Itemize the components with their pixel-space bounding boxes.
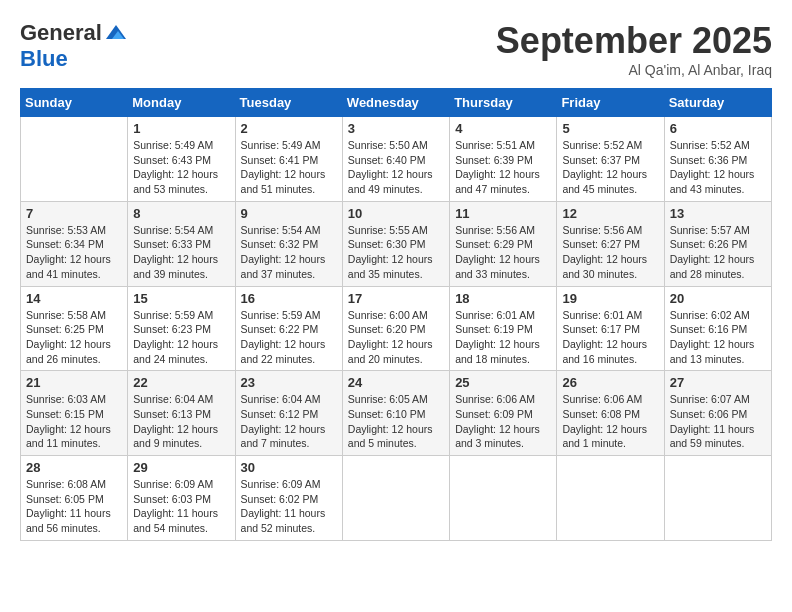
- calendar-cell: 30Sunrise: 6:09 AM Sunset: 6:02 PM Dayli…: [235, 456, 342, 541]
- calendar-cell: 9Sunrise: 5:54 AM Sunset: 6:32 PM Daylig…: [235, 201, 342, 286]
- day-number: 10: [348, 206, 444, 221]
- calendar-cell: 19Sunrise: 6:01 AM Sunset: 6:17 PM Dayli…: [557, 286, 664, 371]
- calendar-cell: 28Sunrise: 6:08 AM Sunset: 6:05 PM Dayli…: [21, 456, 128, 541]
- day-info: Sunrise: 5:57 AM Sunset: 6:26 PM Dayligh…: [670, 223, 766, 282]
- logo-general: General: [20, 20, 102, 46]
- calendar-cell: 22Sunrise: 6:04 AM Sunset: 6:13 PM Dayli…: [128, 371, 235, 456]
- calendar-cell: [450, 456, 557, 541]
- day-info: Sunrise: 6:01 AM Sunset: 6:17 PM Dayligh…: [562, 308, 658, 367]
- day-number: 24: [348, 375, 444, 390]
- calendar-cell: 6Sunrise: 5:52 AM Sunset: 6:36 PM Daylig…: [664, 117, 771, 202]
- calendar-cell: 1Sunrise: 5:49 AM Sunset: 6:43 PM Daylig…: [128, 117, 235, 202]
- day-number: 19: [562, 291, 658, 306]
- day-info: Sunrise: 5:49 AM Sunset: 6:41 PM Dayligh…: [241, 138, 337, 197]
- day-number: 8: [133, 206, 229, 221]
- day-info: Sunrise: 6:00 AM Sunset: 6:20 PM Dayligh…: [348, 308, 444, 367]
- day-number: 9: [241, 206, 337, 221]
- month-title: September 2025: [496, 20, 772, 62]
- day-number: 20: [670, 291, 766, 306]
- day-info: Sunrise: 6:06 AM Sunset: 6:09 PM Dayligh…: [455, 392, 551, 451]
- day-info: Sunrise: 5:52 AM Sunset: 6:37 PM Dayligh…: [562, 138, 658, 197]
- day-info: Sunrise: 5:51 AM Sunset: 6:39 PM Dayligh…: [455, 138, 551, 197]
- calendar-cell: 14Sunrise: 5:58 AM Sunset: 6:25 PM Dayli…: [21, 286, 128, 371]
- day-number: 21: [26, 375, 122, 390]
- day-info: Sunrise: 5:56 AM Sunset: 6:27 PM Dayligh…: [562, 223, 658, 282]
- day-number: 29: [133, 460, 229, 475]
- calendar-cell: 2Sunrise: 5:49 AM Sunset: 6:41 PM Daylig…: [235, 117, 342, 202]
- calendar-week-row: 21Sunrise: 6:03 AM Sunset: 6:15 PM Dayli…: [21, 371, 772, 456]
- day-info: Sunrise: 5:56 AM Sunset: 6:29 PM Dayligh…: [455, 223, 551, 282]
- day-info: Sunrise: 6:09 AM Sunset: 6:03 PM Dayligh…: [133, 477, 229, 536]
- day-number: 3: [348, 121, 444, 136]
- calendar-cell: 27Sunrise: 6:07 AM Sunset: 6:06 PM Dayli…: [664, 371, 771, 456]
- day-info: Sunrise: 5:54 AM Sunset: 6:32 PM Dayligh…: [241, 223, 337, 282]
- page-header: General Blue September 2025 Al Qa'im, Al…: [20, 20, 772, 78]
- day-info: Sunrise: 5:55 AM Sunset: 6:30 PM Dayligh…: [348, 223, 444, 282]
- weekday-header: Thursday: [450, 89, 557, 117]
- day-info: Sunrise: 5:53 AM Sunset: 6:34 PM Dayligh…: [26, 223, 122, 282]
- day-number: 7: [26, 206, 122, 221]
- logo-icon: [104, 21, 128, 45]
- calendar-cell: 8Sunrise: 5:54 AM Sunset: 6:33 PM Daylig…: [128, 201, 235, 286]
- location: Al Qa'im, Al Anbar, Iraq: [496, 62, 772, 78]
- day-number: 1: [133, 121, 229, 136]
- calendar-cell: 10Sunrise: 5:55 AM Sunset: 6:30 PM Dayli…: [342, 201, 449, 286]
- day-info: Sunrise: 6:09 AM Sunset: 6:02 PM Dayligh…: [241, 477, 337, 536]
- day-number: 17: [348, 291, 444, 306]
- calendar-cell: 16Sunrise: 5:59 AM Sunset: 6:22 PM Dayli…: [235, 286, 342, 371]
- day-number: 23: [241, 375, 337, 390]
- calendar-header-row: SundayMondayTuesdayWednesdayThursdayFrid…: [21, 89, 772, 117]
- title-block: September 2025 Al Qa'im, Al Anbar, Iraq: [496, 20, 772, 78]
- day-info: Sunrise: 5:52 AM Sunset: 6:36 PM Dayligh…: [670, 138, 766, 197]
- calendar-cell: 18Sunrise: 6:01 AM Sunset: 6:19 PM Dayli…: [450, 286, 557, 371]
- day-info: Sunrise: 6:04 AM Sunset: 6:12 PM Dayligh…: [241, 392, 337, 451]
- day-number: 5: [562, 121, 658, 136]
- calendar-cell: 7Sunrise: 5:53 AM Sunset: 6:34 PM Daylig…: [21, 201, 128, 286]
- day-number: 30: [241, 460, 337, 475]
- day-number: 2: [241, 121, 337, 136]
- day-number: 14: [26, 291, 122, 306]
- day-info: Sunrise: 6:02 AM Sunset: 6:16 PM Dayligh…: [670, 308, 766, 367]
- day-info: Sunrise: 6:01 AM Sunset: 6:19 PM Dayligh…: [455, 308, 551, 367]
- day-info: Sunrise: 6:06 AM Sunset: 6:08 PM Dayligh…: [562, 392, 658, 451]
- calendar-table: SundayMondayTuesdayWednesdayThursdayFrid…: [20, 88, 772, 541]
- calendar-cell: 11Sunrise: 5:56 AM Sunset: 6:29 PM Dayli…: [450, 201, 557, 286]
- day-info: Sunrise: 5:54 AM Sunset: 6:33 PM Dayligh…: [133, 223, 229, 282]
- weekday-header: Friday: [557, 89, 664, 117]
- calendar-cell: [664, 456, 771, 541]
- calendar-week-row: 7Sunrise: 5:53 AM Sunset: 6:34 PM Daylig…: [21, 201, 772, 286]
- day-info: Sunrise: 6:07 AM Sunset: 6:06 PM Dayligh…: [670, 392, 766, 451]
- day-number: 22: [133, 375, 229, 390]
- calendar-cell: 3Sunrise: 5:50 AM Sunset: 6:40 PM Daylig…: [342, 117, 449, 202]
- day-info: Sunrise: 6:08 AM Sunset: 6:05 PM Dayligh…: [26, 477, 122, 536]
- calendar-cell: 29Sunrise: 6:09 AM Sunset: 6:03 PM Dayli…: [128, 456, 235, 541]
- day-info: Sunrise: 6:03 AM Sunset: 6:15 PM Dayligh…: [26, 392, 122, 451]
- day-number: 12: [562, 206, 658, 221]
- calendar-cell: 25Sunrise: 6:06 AM Sunset: 6:09 PM Dayli…: [450, 371, 557, 456]
- calendar-cell: [342, 456, 449, 541]
- calendar-cell: 17Sunrise: 6:00 AM Sunset: 6:20 PM Dayli…: [342, 286, 449, 371]
- calendar-week-row: 28Sunrise: 6:08 AM Sunset: 6:05 PM Dayli…: [21, 456, 772, 541]
- calendar-cell: [21, 117, 128, 202]
- day-info: Sunrise: 6:05 AM Sunset: 6:10 PM Dayligh…: [348, 392, 444, 451]
- calendar-cell: 4Sunrise: 5:51 AM Sunset: 6:39 PM Daylig…: [450, 117, 557, 202]
- calendar-week-row: 14Sunrise: 5:58 AM Sunset: 6:25 PM Dayli…: [21, 286, 772, 371]
- weekday-header: Sunday: [21, 89, 128, 117]
- day-info: Sunrise: 5:59 AM Sunset: 6:23 PM Dayligh…: [133, 308, 229, 367]
- day-number: 6: [670, 121, 766, 136]
- day-number: 16: [241, 291, 337, 306]
- logo: General Blue: [20, 20, 128, 72]
- calendar-cell: 5Sunrise: 5:52 AM Sunset: 6:37 PM Daylig…: [557, 117, 664, 202]
- day-number: 13: [670, 206, 766, 221]
- day-info: Sunrise: 5:49 AM Sunset: 6:43 PM Dayligh…: [133, 138, 229, 197]
- weekday-header: Wednesday: [342, 89, 449, 117]
- day-number: 4: [455, 121, 551, 136]
- day-number: 27: [670, 375, 766, 390]
- day-info: Sunrise: 5:58 AM Sunset: 6:25 PM Dayligh…: [26, 308, 122, 367]
- weekday-header: Saturday: [664, 89, 771, 117]
- calendar-cell: 12Sunrise: 5:56 AM Sunset: 6:27 PM Dayli…: [557, 201, 664, 286]
- day-number: 18: [455, 291, 551, 306]
- day-number: 11: [455, 206, 551, 221]
- calendar-cell: 24Sunrise: 6:05 AM Sunset: 6:10 PM Dayli…: [342, 371, 449, 456]
- calendar-cell: 23Sunrise: 6:04 AM Sunset: 6:12 PM Dayli…: [235, 371, 342, 456]
